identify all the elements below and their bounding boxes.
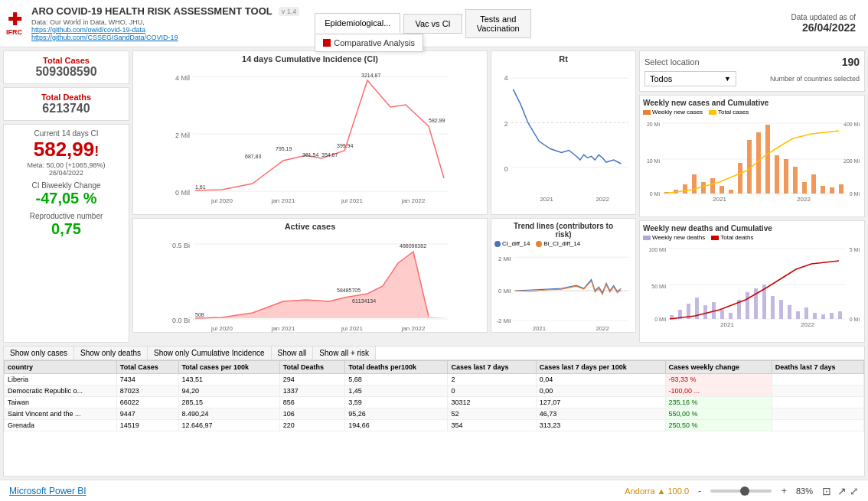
svg-rect-102 xyxy=(796,311,800,319)
logo-ifrc: IFRC xyxy=(6,28,22,36)
powerbi-link[interactable]: Microsoft Power BI xyxy=(9,486,86,496)
tab-show-cases[interactable]: Show only cases xyxy=(4,346,74,359)
th-deaths-100k[interactable]: Total deaths per100k xyxy=(345,361,448,374)
bottom-bar: Microsoft Power BI Andorra ▲ 100.0 - + 8… xyxy=(0,480,868,501)
chart-weekly-cases: Weekly new cases and Cumulative Weekly n… xyxy=(639,95,865,217)
version-badge: v 1.4 xyxy=(279,7,300,16)
table-row[interactable]: Saint Vincent and the ... 9447 8.490,24 … xyxy=(5,408,864,420)
svg-text:1,61: 1,61 xyxy=(195,184,206,190)
ci-label: Current 14 days CI xyxy=(8,129,124,138)
header: ✚ IFRC ARO COVID-19 HEALTH RISK ASSESSME… xyxy=(0,0,868,47)
chart-14day-title: 14 days Cumulative Incidence (CI) xyxy=(136,54,484,63)
svg-text:0.0 Bi: 0.0 Bi xyxy=(172,317,190,324)
svg-text:200 Mi: 200 Mi xyxy=(844,158,860,164)
svg-rect-63 xyxy=(720,186,724,194)
svg-rect-72 xyxy=(802,182,807,194)
svg-text:399,94: 399,94 xyxy=(337,143,354,148)
share-icon[interactable]: ↗ xyxy=(837,485,847,497)
svg-rect-59 xyxy=(683,184,687,194)
repro-label: Reproductive number xyxy=(8,212,124,220)
svg-text:0 Mi: 0 Mi xyxy=(650,191,661,197)
svg-text:582,99: 582,99 xyxy=(429,118,445,123)
chart-active-svg: 0.5 Bi 0.0 Bi jul 2020 jan 2021 jul 2021… xyxy=(136,233,484,332)
svg-rect-74 xyxy=(821,186,825,194)
tab-show-all[interactable]: Show all xyxy=(272,346,314,359)
chart-trend-svg: 2 Mil 0 Mil -2 Mil 2021 2022 xyxy=(494,249,632,333)
total-cases-value: 509308590 xyxy=(8,65,124,79)
tab-show-deaths[interactable]: Show only deaths xyxy=(74,346,148,359)
table-row[interactable]: Democratic Republic o... 87023 94,20 133… xyxy=(5,386,864,397)
fit-screen-icon[interactable]: ⊡ xyxy=(822,485,831,497)
tab-show-ci[interactable]: Show only Cumulative Incidence xyxy=(148,346,272,359)
svg-rect-75 xyxy=(830,187,834,194)
table-row[interactable]: Taiwan 66022 285,15 856 3,59 30312 127,0… xyxy=(5,397,864,408)
zoom-plus[interactable]: + xyxy=(781,485,787,496)
zoom-minus[interactable]: - xyxy=(698,485,701,496)
svg-text:2021: 2021 xyxy=(533,325,546,332)
countries-selected-label: Number of countries selected xyxy=(770,75,860,83)
chart-weekly-cases-svg: 20 Mi 10 Mi 0 Mi 400 Mi 200 Mi 0 Mi 2021… xyxy=(643,117,861,201)
th-last7[interactable]: Cases last 7 days xyxy=(448,361,536,374)
svg-text:4: 4 xyxy=(504,74,508,82)
svg-text:4 Mil: 4 Mil xyxy=(175,74,190,82)
svg-text:jan 2022: jan 2022 xyxy=(401,325,426,332)
svg-rect-96 xyxy=(746,292,749,319)
chart-14day-ci: 14 days Cumulative Incidence (CI) 4 Mil … xyxy=(132,50,488,215)
data-table: country Total Cases Total cases per 100k… xyxy=(4,360,864,431)
table-row[interactable]: Liberia 7434 143,51 294 5,68 2 0,04 -93,… xyxy=(5,374,864,386)
link2[interactable]: https://github.com/CSSEGISandData/COVID-… xyxy=(31,34,299,41)
zoom-percent: 83% xyxy=(796,486,813,496)
th-per100k[interactable]: Total cases per 100k xyxy=(178,361,279,374)
svg-text:687,83: 687,83 xyxy=(245,154,262,159)
tab-tests-vaccination[interactable]: Tests andVaccination xyxy=(465,9,531,38)
chart-rt-svg: 4 2 0 2021 2022 xyxy=(494,65,632,207)
ci-value: 582,99! xyxy=(8,138,124,161)
svg-text:20 Mi: 20 Mi xyxy=(647,122,661,127)
svg-text:jan 2021: jan 2021 xyxy=(271,197,295,204)
svg-rect-60 xyxy=(692,174,697,194)
svg-text:0 Mil: 0 Mil xyxy=(498,288,511,294)
tab-show-all-risk[interactable]: Show all + risk xyxy=(313,346,376,359)
th-country[interactable]: country xyxy=(5,361,117,374)
svg-text:jul 2021: jul 2021 xyxy=(341,197,364,204)
tab-vac-ci[interactable]: Vac vs CI xyxy=(403,14,462,34)
svg-rect-71 xyxy=(793,167,798,194)
svg-rect-100 xyxy=(779,300,783,319)
tab-epidemiological[interactable]: Epidemiological... xyxy=(315,13,400,34)
th-weekly-change[interactable]: Cases weekly change xyxy=(665,361,772,374)
andorra-text: Andorra ▲ 100.0 xyxy=(625,486,689,496)
svg-rect-94 xyxy=(729,313,733,319)
chart-active-cases: Active cases 0.5 Bi 0.0 Bi jul 2020 jan … xyxy=(132,218,488,333)
th-total-cases[interactable]: Total Cases xyxy=(116,361,178,374)
svg-rect-65 xyxy=(738,163,742,194)
th-total-deaths[interactable]: Total Deaths xyxy=(279,361,345,374)
svg-rect-69 xyxy=(775,155,779,194)
ci-date: 26/04/2022 xyxy=(8,169,124,177)
dropdown-checkbox[interactable] xyxy=(323,39,331,47)
th-deaths7[interactable]: Deaths last 7 days xyxy=(772,361,863,374)
svg-rect-76 xyxy=(839,184,844,194)
chart-weekly-deaths-svg: 100 Mil 50 Mil 0 Mil 5 Mi 0 Mi 2021 2022 xyxy=(643,242,861,327)
svg-rect-99 xyxy=(771,296,775,319)
svg-text:486096382: 486096382 xyxy=(400,243,426,249)
total-cases-box: Total Cases 509308590 xyxy=(3,50,129,84)
dropdown-comparative[interactable]: Comparative Analysis xyxy=(334,38,415,47)
ci-stats-box: Current 14 days CI 582,99! Meta: 50,00 (… xyxy=(3,124,129,343)
data-updated-label: Data updated as of xyxy=(791,13,856,21)
location-select[interactable]: Todos ▼ xyxy=(644,71,736,86)
fullscreen-icon[interactable]: ⤢ xyxy=(850,485,859,497)
svg-text:5 Mi: 5 Mi xyxy=(850,247,860,252)
zoom-slider[interactable] xyxy=(710,490,772,493)
svg-text:2 Mil: 2 Mil xyxy=(498,255,511,262)
ci-change-label: CI Biweekly Change xyxy=(8,181,124,190)
location-label: Select location xyxy=(644,57,700,67)
table-row[interactable]: Grenada 14519 12.646,97 220 194,66 354 3… xyxy=(5,420,864,431)
link1[interactable]: https://github.com/owid/covid-19-data xyxy=(31,26,299,34)
svg-text:58485705: 58485705 xyxy=(337,288,361,293)
total-deaths-label: Total Deaths xyxy=(8,93,124,102)
svg-text:jan 2022: jan 2022 xyxy=(401,197,426,204)
svg-text:jul 2020: jul 2020 xyxy=(210,197,233,204)
app-title: ARO COVID-19 HEALTH RISK ASSESSMENT TOOL xyxy=(31,5,272,17)
th-last7-100k[interactable]: Cases last 7 days per 100k xyxy=(536,361,665,374)
weekly-cases-title: Weekly new cases and Cumulative xyxy=(643,99,861,107)
